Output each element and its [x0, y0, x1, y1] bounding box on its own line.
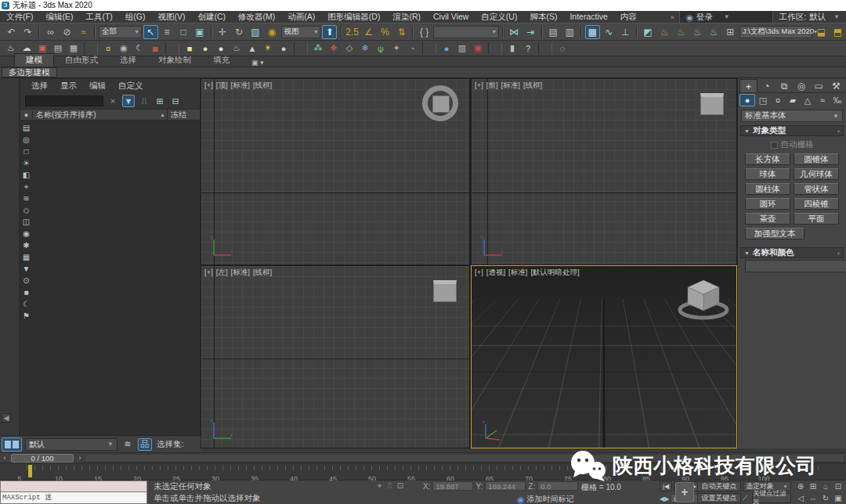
- menu-item[interactable]: 视图(V): [152, 12, 192, 23]
- shell-icon[interactable]: ◔▾: [405, 42, 419, 55]
- select-and-rotate-icon[interactable]: ↻▾: [232, 25, 247, 39]
- percent-snap-icon[interactable]: %▾: [378, 25, 392, 39]
- hierarchy-tab[interactable]: ⧉: [776, 79, 792, 92]
- menu-item[interactable]: 渲染(R): [386, 12, 427, 23]
- pan-icon[interactable]: ⇔: [807, 492, 819, 504]
- isolate-selection-icon[interactable]: ⌖: [378, 481, 382, 491]
- autogrid-checkbox[interactable]: [771, 142, 778, 149]
- search-input[interactable]: [25, 95, 103, 106]
- display-lights-icon[interactable]: ☀: [21, 157, 32, 169]
- create-tab[interactable]: ＋: [739, 79, 757, 92]
- time-slider-forward-icon[interactable]: ›: [75, 453, 85, 463]
- select-and-link-icon[interactable]: ∞▾: [43, 25, 58, 39]
- viewport-label-segment[interactable]: [标准]: [508, 268, 527, 278]
- mirror-icon[interactable]: ⋈▾: [507, 25, 522, 39]
- align-icon[interactable]: ⇥▾: [523, 25, 538, 39]
- schematic-view-icon[interactable]: ⊥▾: [618, 25, 633, 39]
- object-type-button[interactable]: 平面: [794, 213, 839, 225]
- mini-scene-explorer-icon[interactable]: 品: [138, 438, 152, 451]
- menu-item[interactable]: 自定义(U): [475, 12, 523, 23]
- field-of-view-icon[interactable]: ◁: [794, 492, 807, 504]
- display-containers-icon[interactable]: ▦: [21, 251, 32, 263]
- viewport-label-segment[interactable]: [标准]: [231, 81, 250, 91]
- select-and-move-icon[interactable]: ✛▾: [215, 25, 230, 39]
- zoom-extents-all-icon[interactable]: ⊡: [832, 481, 844, 492]
- layer-manager-icon[interactable]: ≋: [121, 438, 135, 451]
- menu-item[interactable]: 修改器(M): [232, 12, 281, 23]
- systems-category[interactable]: ‰: [830, 94, 844, 106]
- helpers-category[interactable]: △: [801, 94, 815, 106]
- display-spacewarps-icon[interactable]: ≋: [21, 193, 32, 204]
- modify-tab[interactable]: ◔: [758, 79, 775, 92]
- geometry-category[interactable]: ●: [739, 94, 755, 106]
- collapse-all-icon[interactable]: ⊟: [169, 95, 182, 107]
- set-keys-button[interactable]: +: [675, 482, 694, 502]
- login-button[interactable]: ◉ 登录 ▼: [679, 11, 773, 23]
- spacewarps-category[interactable]: ≈: [815, 94, 830, 106]
- object-name-input[interactable]: [745, 260, 846, 272]
- object-type-button[interactable]: 圆柱体: [745, 183, 790, 195]
- select-by-name-icon[interactable]: ≡▾: [160, 25, 175, 39]
- time-slider-handle[interactable]: 0 / 100: [11, 454, 74, 463]
- shapes-category[interactable]: ◳: [756, 94, 770, 106]
- display-materials-icon[interactable]: ◉: [21, 228, 32, 239]
- snowflake-icon[interactable]: ❄▾: [358, 42, 372, 55]
- select-and-scale-icon[interactable]: ▧▾: [248, 25, 263, 39]
- ribbon-toggle-icon[interactable]: ▦▾: [585, 25, 600, 39]
- object-type-button[interactable]: 圆锥体: [794, 153, 839, 165]
- named-selection-sets-icon[interactable]: { }▾: [417, 25, 432, 39]
- sort-type-icon[interactable]: ⊙: [21, 275, 32, 286]
- object-type-rollout-header[interactable]: ▼ 对象类型 ▪: [740, 125, 844, 136]
- cone-icon[interactable]: ▲▾: [245, 42, 259, 55]
- display-geometry-icon[interactable]: ◎: [21, 134, 32, 146]
- menu-item[interactable]: 图形编辑器(D): [321, 12, 386, 23]
- viewport-layout-tabs-icon[interactable]: [2, 437, 22, 452]
- menu-item[interactable]: Civil View: [427, 12, 475, 23]
- arnold-ring-icon[interactable]: ◌▾: [555, 42, 569, 55]
- orbit-icon[interactable]: ↻: [819, 492, 832, 504]
- primitive-category-dropdown[interactable]: 标准基本体 ▼: [741, 110, 843, 122]
- freeze-column-header[interactable]: 冻结: [167, 110, 200, 121]
- sort-color-icon[interactable]: ■: [21, 286, 32, 298]
- viewport-label-segment[interactable]: [+]: [475, 81, 483, 91]
- viewport-label-segment[interactable]: [透视]: [486, 268, 505, 278]
- ribbon-minimize-icon[interactable]: ▣ ▾: [251, 59, 264, 67]
- ribbon-tab[interactable]: 自由形式: [54, 54, 109, 67]
- ribbon-tab[interactable]: 选择: [109, 54, 147, 67]
- object-type-button[interactable]: 加强型文本: [745, 228, 804, 239]
- window-crossing-icon[interactable]: ▣▾: [193, 25, 208, 39]
- explorer-menu-item[interactable]: 显示: [56, 81, 81, 92]
- cameras-category[interactable]: ▰: [786, 94, 800, 106]
- select-and-place-icon[interactable]: ◉▾: [265, 25, 280, 39]
- unlink-selection-icon[interactable]: ⊘▾: [60, 25, 74, 39]
- clear-search-icon[interactable]: ×: [107, 95, 119, 107]
- z-coordinate-field[interactable]: 0.0: [537, 481, 578, 491]
- viewport-label-segment[interactable]: [线框]: [523, 81, 542, 91]
- display-xrefs-icon[interactable]: ◫: [21, 216, 32, 228]
- auto-key-button[interactable]: 自动关键点: [697, 481, 741, 491]
- name-column-header[interactable]: 名称(按升序排序): [33, 110, 160, 121]
- display-cameras-icon[interactable]: ◧: [21, 169, 32, 181]
- lock-icon[interactable]: ⎍: [138, 95, 150, 107]
- rectangular-selection-icon[interactable]: □▾: [176, 25, 191, 39]
- sun-icon[interactable]: ☀▾: [261, 42, 275, 55]
- undo-icon[interactable]: ↶▾: [4, 25, 19, 39]
- object-type-button[interactable]: 球体: [745, 168, 790, 180]
- angle-snap-icon[interactable]: ∠▾: [361, 25, 376, 39]
- explorer-menu-item[interactable]: 选择: [27, 81, 52, 92]
- balloon-icon[interactable]: ●▾: [439, 42, 454, 55]
- viewport-perspective-active[interactable]: [+][透视][标准][默认明暗处理] z: [471, 265, 737, 448]
- x-coordinate-field[interactable]: 19.887: [432, 481, 473, 491]
- track-bar[interactable]: 5101520253035404550556065707580859095100: [0, 463, 846, 481]
- y-coordinate-field[interactable]: 169.244: [485, 481, 526, 491]
- reference-coordinate-dropdown[interactable]: 视图▾: [281, 26, 321, 38]
- toggle-column-icon[interactable]: ●: [20, 111, 33, 119]
- menu-item[interactable]: 创建(C): [192, 12, 233, 23]
- viewcube-top[interactable]: [422, 85, 458, 121]
- object-type-button[interactable]: 几何球体: [794, 168, 839, 180]
- menu-item[interactable]: 内容: [614, 12, 643, 23]
- display-helpers-icon[interactable]: ⌖: [21, 181, 32, 193]
- menu-item[interactable]: 脚本(S): [523, 12, 563, 23]
- red-frame-icon[interactable]: ▣▾: [471, 42, 485, 55]
- viewcube-left[interactable]: [433, 280, 457, 302]
